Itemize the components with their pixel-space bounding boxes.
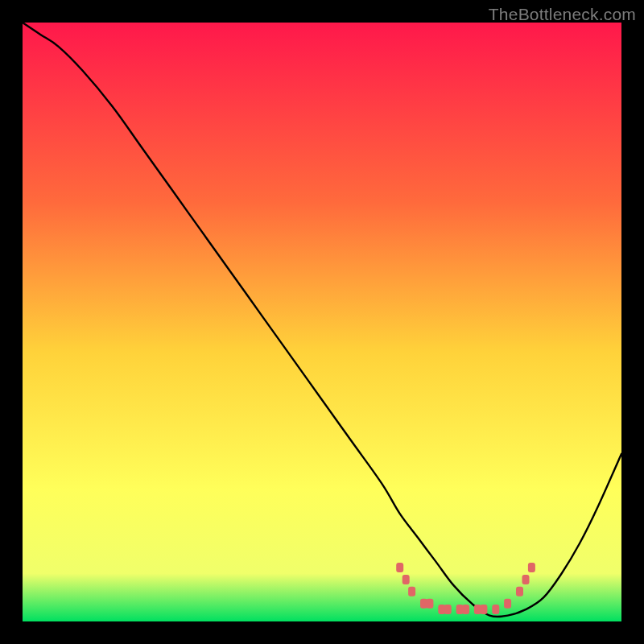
optimal-marker xyxy=(396,563,403,572)
gradient-background xyxy=(23,23,621,621)
optimal-marker xyxy=(408,587,415,597)
bottleneck-chart xyxy=(23,23,621,621)
optimal-marker xyxy=(426,599,433,609)
optimal-marker xyxy=(516,587,523,597)
optimal-marker xyxy=(444,605,452,614)
watermark-text: TheBottleneck.com xyxy=(489,5,636,24)
optimal-marker xyxy=(528,563,535,572)
optimal-marker xyxy=(462,605,469,614)
optimal-marker xyxy=(480,605,487,614)
plot-area xyxy=(23,23,621,621)
optimal-marker xyxy=(504,599,511,609)
chart-stage: TheBottleneck.com xyxy=(0,0,644,644)
optimal-marker xyxy=(492,605,499,614)
optimal-marker xyxy=(522,575,530,584)
optimal-marker xyxy=(402,575,410,584)
